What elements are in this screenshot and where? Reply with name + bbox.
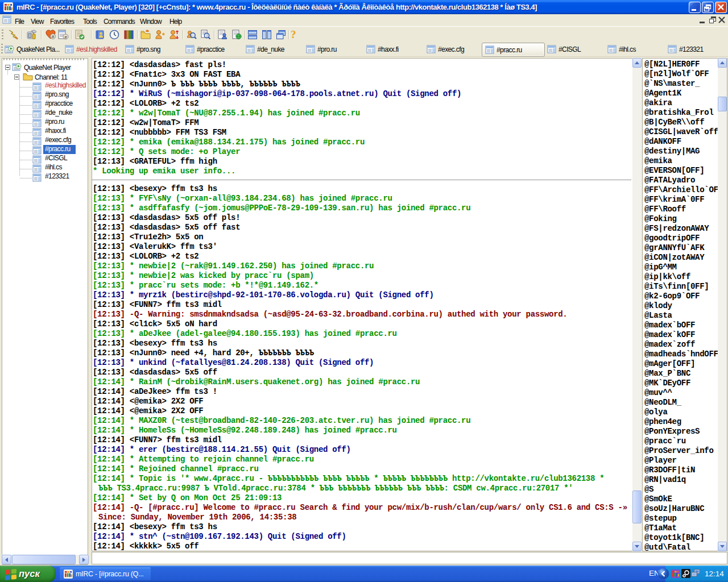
svg-text:#: #	[52, 34, 55, 39]
svg-text:#: #	[64, 35, 67, 40]
